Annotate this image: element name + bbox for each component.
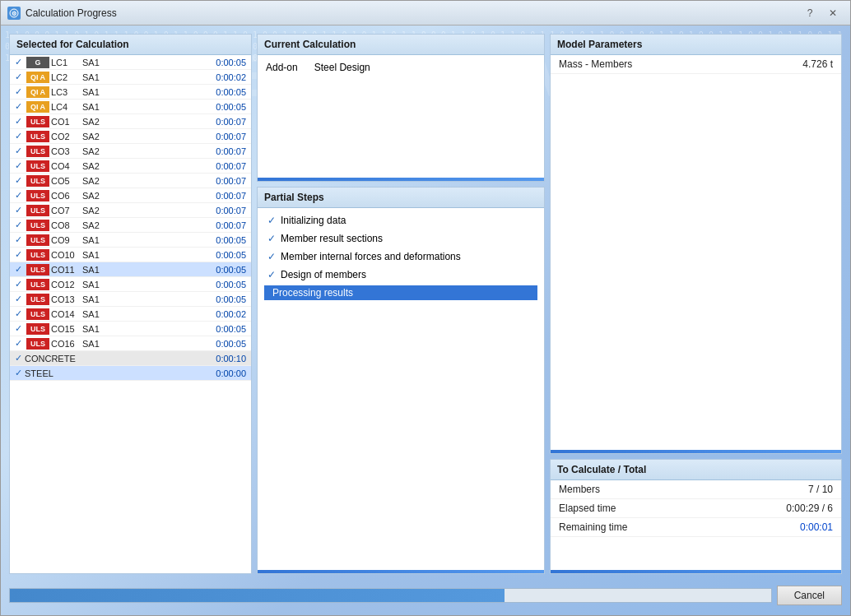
- step-label: Member internal forces and deformations: [281, 251, 461, 262]
- tag-qia: QI A: [26, 72, 49, 83]
- step-processing-results: Processing results: [264, 285, 537, 300]
- window-title: Calculation Progress: [26, 7, 117, 19]
- item-sa: SA1: [82, 87, 111, 97]
- tag-g: G: [26, 57, 49, 68]
- elapsed-label: Elapsed time: [559, 503, 786, 514]
- left-panel: Selected for Calculation ✓ G LC1 SA1 0:0…: [9, 34, 252, 574]
- check-icon: ✓: [12, 160, 25, 173]
- check-icon: ✓: [12, 308, 25, 321]
- check-icon: ✓: [12, 352, 25, 365]
- tag-uls: ULS: [26, 323, 49, 335]
- tag-uls: ULS: [26, 205, 49, 216]
- item-time: 0:00:07: [216, 161, 249, 171]
- elapsed-value: 0:00:29 / 6: [786, 503, 833, 514]
- list-item: ✓ QI A LC4 SA1 0:00:05: [10, 100, 251, 114]
- list-item: ✓ ULS CO10 SA1 0:00:05: [10, 248, 251, 262]
- calculation-list[interactable]: ✓ G LC1 SA1 0:00:05 ✓ QI A LC2 SA1 0:00:…: [10, 55, 251, 573]
- tag-uls: ULS: [26, 190, 49, 201]
- item-sa: SA1: [82, 265, 111, 275]
- item-sa: SA2: [82, 220, 111, 230]
- close-button[interactable]: ✕: [822, 4, 844, 22]
- list-item: ✓ ULS CO9 SA1 0:00:05: [10, 233, 251, 248]
- step-label: Initializing data: [281, 215, 346, 226]
- model-params-header: Model Parameters: [551, 35, 841, 55]
- item-name: CO11: [51, 265, 82, 275]
- step-check-icon: ✓: [267, 251, 276, 262]
- current-calc-header: Current Calculation: [258, 35, 544, 55]
- item-sa: SA2: [82, 161, 111, 171]
- tag-uls: ULS: [26, 131, 49, 142]
- check-icon: ✓: [12, 174, 25, 188]
- item-sa: SA1: [82, 294, 111, 304]
- list-item: ✓ ULS CO16 SA1 0:00:05: [10, 336, 251, 351]
- check-icon: ✓: [12, 56, 25, 69]
- item-time: 0:00:02: [216, 72, 249, 82]
- right-panel: Model Parameters Mass - Members 4.726 t …: [550, 34, 842, 574]
- tag-qia: QI A: [26, 86, 49, 98]
- tag-uls: ULS: [26, 308, 49, 320]
- model-params-panel: Model Parameters Mass - Members 4.726 t: [550, 34, 842, 454]
- item-sa: SA2: [82, 117, 111, 127]
- addon-label: Add-on: [266, 62, 298, 73]
- to-calculate-header: To Calculate / Total: [551, 460, 841, 480]
- partial-steps-panel: Partial Steps ✓ Initializing data ✓ Memb…: [257, 187, 545, 574]
- item-sa: SA1: [82, 250, 111, 260]
- item-time: 0:00:07: [216, 176, 249, 186]
- list-item: ✓ ULS CO5 SA2 0:00:07: [10, 174, 251, 188]
- title-bar-left: ⚙ Calculation Progress: [7, 7, 117, 20]
- members-row: Members 7 / 10: [551, 480, 841, 499]
- list-item: ✓ ULS CO12 SA1 0:00:05: [10, 277, 251, 292]
- tag-uls: ULS: [26, 294, 49, 305]
- item-time: 0:00:07: [216, 220, 249, 230]
- step-internal-forces: ✓ Member internal forces and deformation…: [264, 249, 537, 264]
- list-item: ✓ ULS CO1 SA2 0:00:07: [10, 114, 251, 129]
- item-name: CO2: [51, 132, 82, 141]
- check-icon: ✓: [12, 86, 25, 99]
- middle-panel: Current Calculation Add-on Steel Design …: [257, 34, 545, 574]
- check-icon: ✓: [12, 189, 25, 202]
- item-sa: SA1: [82, 102, 111, 112]
- item-name: CO13: [51, 294, 82, 304]
- help-button[interactable]: ?: [799, 4, 821, 22]
- step-design-members: ✓ Design of members: [264, 267, 537, 282]
- item-sa: SA1: [82, 235, 111, 245]
- item-name: LC3: [51, 87, 82, 97]
- progress-area: Cancel: [9, 584, 842, 607]
- app-icon: ⚙: [7, 7, 21, 20]
- item-sa: SA1: [82, 58, 111, 67]
- item-name: CO5: [51, 176, 82, 186]
- list-item: ✓ ULS CO15 SA1 0:00:05: [10, 322, 251, 336]
- title-bar: ⚙ Calculation Progress ? ✕: [1, 1, 850, 25]
- step-initializing: ✓ Initializing data: [264, 213, 537, 228]
- item-time: 0:00:05: [216, 280, 249, 289]
- blue-accent-bar: [258, 178, 544, 181]
- cancel-button[interactable]: Cancel: [777, 586, 842, 605]
- concrete-label: CONCRETE: [25, 354, 216, 364]
- item-sa: SA2: [82, 206, 111, 215]
- item-name: CO6: [51, 191, 82, 201]
- check-icon: ✓: [12, 263, 25, 276]
- check-icon: ✓: [12, 219, 25, 232]
- check-icon: ✓: [12, 130, 25, 143]
- item-sa: SA1: [82, 324, 111, 334]
- step-label: Processing results: [272, 287, 353, 299]
- calc-content: Add-on Steel Design: [258, 55, 544, 80]
- steps-list: ✓ Initializing data ✓ Member result sect…: [258, 208, 544, 305]
- step-result-sections: ✓ Member result sections: [264, 231, 537, 246]
- elapsed-time-row: Elapsed time 0:00:29 / 6: [551, 499, 841, 518]
- mass-label: Mass - Members: [559, 58, 802, 70]
- list-item: ✓ ULS CO13 SA1 0:00:05: [10, 292, 251, 307]
- item-time: 0:00:05: [216, 58, 249, 67]
- item-sa: SA1: [82, 309, 111, 319]
- steel-time: 0:00:00: [216, 368, 249, 378]
- tag-uls: ULS: [26, 146, 49, 157]
- item-time: 0:00:07: [216, 146, 249, 156]
- check-icon: ✓: [12, 234, 25, 247]
- blue-accent-bar-3: [551, 450, 841, 453]
- check-icon: ✓: [12, 367, 25, 380]
- list-item: ✓ ULS CO14 SA1 0:00:02: [10, 307, 251, 322]
- tag-uls: ULS: [26, 175, 49, 187]
- param-row-mass: Mass - Members 4.726 t: [551, 55, 841, 74]
- concrete-time: 0:00:10: [216, 354, 249, 364]
- item-name: CO16: [51, 339, 82, 349]
